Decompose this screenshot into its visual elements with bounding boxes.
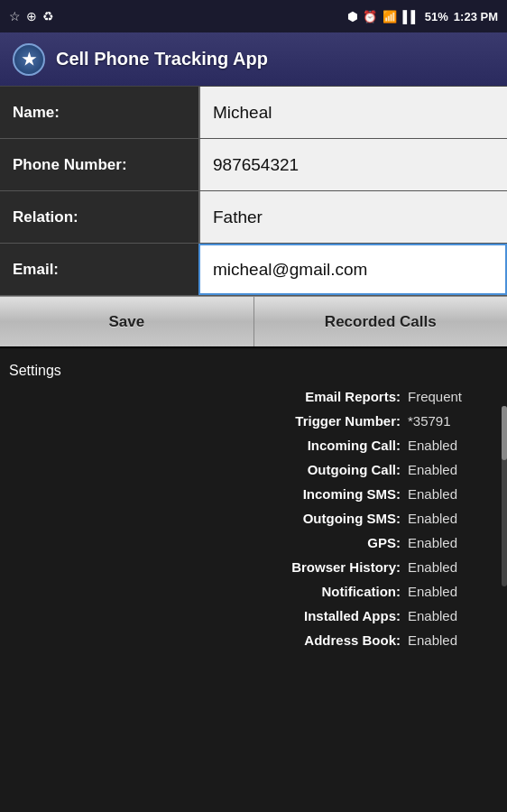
settings-key: Notification: [206,584,404,599]
relation-label: Relation: [0,191,198,243]
name-row: Name: [0,87,507,139]
name-label: Name: [0,87,198,138]
settings-row: Incoming Call:Enabled [9,433,498,457]
phone-label: Phone Number: [0,139,198,190]
settings-table: Email Reports:FrequentTrigger Number:*35… [0,384,507,652]
settings-row: Incoming SMS:Enabled [9,482,498,506]
settings-row: Email Reports:Frequent [9,384,498,409]
name-input[interactable] [198,87,507,138]
settings-row: Outgoing SMS:Enabled [9,506,498,531]
settings-value: *35791 [404,413,494,429]
settings-value: Enabled [404,608,494,623]
settings-key: Outgoing Call: [206,462,404,477]
settings-value: Enabled [404,486,494,502]
settings-section: Settings Email Reports:FrequentTrigger N… [0,348,507,661]
bluetooth-icon: ⬢ [347,10,357,23]
settings-row: Outgoing Call:Enabled [9,457,498,482]
buttons-row: Save Recorded Calls [0,296,507,348]
settings-key: Incoming SMS: [206,486,404,502]
settings-value: Enabled [404,462,494,477]
time-display: 1:23 PM [454,10,498,23]
email-label: Email: [0,244,198,295]
app-header: ★ Cell Phone Tracking App [0,32,507,87]
sync-icon: ⊕ [26,9,37,23]
settings-value: Enabled [404,632,494,648]
scrollbar[interactable] [502,406,507,586]
settings-value: Enabled [404,511,494,526]
settings-key: Email Reports: [206,389,404,404]
status-icons-right: ⬢ ⏰ 📶 ▌▌ 51% 1:23 PM [347,10,498,23]
wifi-icon: 📶 [383,10,397,23]
settings-title: Settings [0,357,507,384]
settings-key: Installed Apps: [206,608,404,623]
signal-icon: ▌▌ [402,10,419,23]
settings-value: Enabled [404,535,494,550]
recorded-calls-button[interactable]: Recorded Calls [254,297,508,346]
save-button[interactable]: Save [0,297,254,346]
recycle-icon: ♻ [42,9,54,23]
status-icons-left: ☆ ⊕ ♻ [9,9,54,23]
settings-row: Installed Apps:Enabled [9,604,498,628]
email-row: Email: [0,244,507,296]
phone-row: Phone Number: [0,139,507,191]
alarm-icon: ⏰ [363,10,377,23]
scrollbar-thumb[interactable] [502,406,507,460]
settings-key: GPS: [206,535,404,550]
phone-input[interactable] [198,139,507,190]
app-logo: ★ [13,43,45,76]
settings-row: Trigger Number:*35791 [9,409,498,433]
settings-value: Frequent [404,389,494,404]
notification-icon: ☆ [9,9,21,23]
settings-value: Enabled [404,584,494,599]
relation-input[interactable] [198,191,507,243]
settings-key: Address Book: [206,632,404,648]
status-bar: ☆ ⊕ ♻ ⬢ ⏰ 📶 ▌▌ 51% 1:23 PM [0,0,507,32]
relation-row: Relation: [0,191,507,244]
settings-row: Address Book:Enabled [9,628,498,652]
settings-key: Browser History: [206,559,404,575]
battery-percent: 51% [425,10,448,23]
settings-key: Trigger Number: [206,413,404,429]
app-title: Cell Phone Tracking App [56,49,268,69]
settings-value: Enabled [404,438,494,453]
settings-key: Incoming Call: [206,438,404,453]
settings-value: Enabled [404,559,494,575]
settings-row: GPS:Enabled [9,531,498,555]
settings-row: Browser History:Enabled [9,555,498,579]
settings-row: Notification:Enabled [9,579,498,604]
settings-key: Outgoing SMS: [206,511,404,526]
email-input[interactable] [198,244,507,295]
form-area: Name: Phone Number: Relation: Email: Sav… [0,87,507,348]
